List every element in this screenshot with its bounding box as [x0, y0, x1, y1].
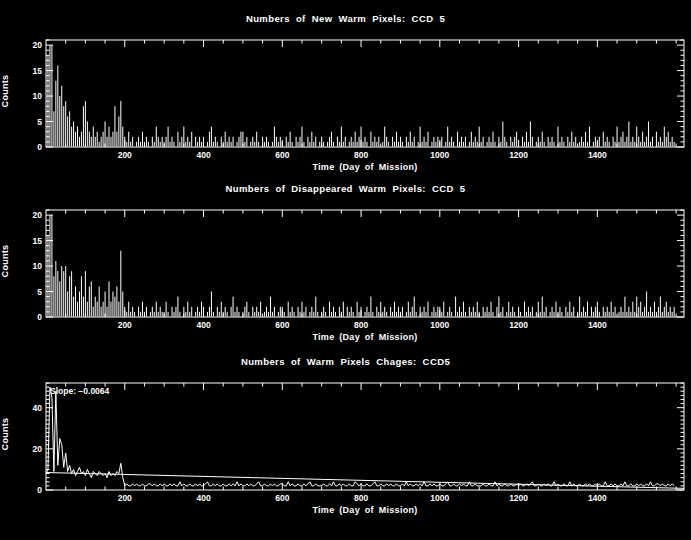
svg-text:20: 20 [33, 444, 43, 454]
x-axis-label: Time (Day of Mission) [46, 332, 684, 342]
svg-text:400: 400 [196, 320, 210, 330]
svg-text:200: 200 [118, 493, 132, 503]
svg-text:20: 20 [33, 210, 43, 220]
svg-text:1400: 1400 [588, 150, 607, 160]
svg-text:0: 0 [37, 312, 42, 322]
svg-text:15: 15 [33, 236, 43, 246]
svg-text:800: 800 [354, 150, 368, 160]
svg-text:1000: 1000 [430, 150, 449, 160]
svg-text:5: 5 [37, 117, 42, 127]
svg-text:20: 20 [33, 40, 43, 50]
svg-text:800: 800 [354, 493, 368, 503]
svg-text:1000: 1000 [430, 320, 449, 330]
svg-text:800: 800 [354, 320, 368, 330]
svg-text:1200: 1200 [509, 493, 528, 503]
svg-text:5: 5 [37, 287, 42, 297]
panel-disappeared-warm-pixels: Numbers of Disappeared Warm Pixels: CCD … [0, 170, 691, 366]
svg-text:600: 600 [275, 493, 289, 503]
svg-text:1400: 1400 [588, 493, 607, 503]
svg-text:400: 400 [196, 150, 210, 160]
svg-text:1200: 1200 [509, 150, 528, 160]
panel-new-warm-pixels: Numbers of New Warm Pixels: CCD 5 Counts… [0, 0, 691, 196]
svg-text:400: 400 [196, 493, 210, 503]
svg-text:10: 10 [33, 261, 43, 271]
svg-text:600: 600 [275, 320, 289, 330]
x-axis-label: Time (Day of Mission) [46, 505, 684, 515]
svg-text:0: 0 [37, 485, 42, 495]
svg-text:600: 600 [275, 150, 289, 160]
svg-text:1200: 1200 [509, 320, 528, 330]
svg-text:1400: 1400 [588, 320, 607, 330]
svg-text:0: 0 [37, 142, 42, 152]
svg-text:15: 15 [33, 66, 43, 76]
svg-text:1000: 1000 [430, 493, 449, 503]
panel-warm-pixels-changes: Numbers of Warm Pixels Chages: CCD5 Coun… [0, 343, 691, 539]
slope-annotation: Slope: −0.0064 [50, 386, 110, 396]
svg-text:200: 200 [118, 320, 132, 330]
svg-text:10: 10 [33, 91, 43, 101]
svg-text:40: 40 [33, 403, 43, 413]
plot-figure: Numbers of New Warm Pixels: CCD 5 Counts… [0, 0, 691, 540]
svg-text:200: 200 [118, 150, 132, 160]
